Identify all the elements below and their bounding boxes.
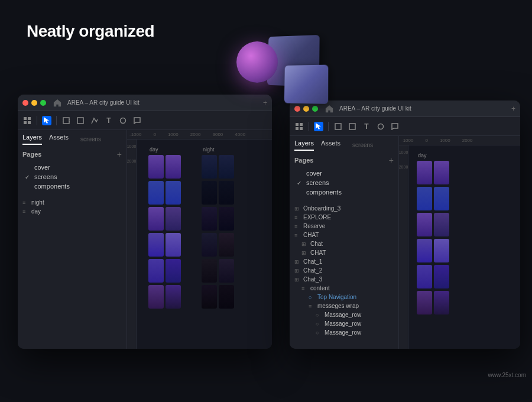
layer-top-nav[interactable]: ○ Top Navigation bbox=[294, 293, 394, 302]
pages-section-right: Pages + cover ✓ screens components bbox=[290, 151, 398, 202]
thumb-row-4 bbox=[148, 233, 181, 257]
tool-pen[interactable] bbox=[90, 116, 99, 125]
deco-box-2 bbox=[284, 65, 328, 104]
r-thumb-row-5 bbox=[417, 265, 449, 288]
svg-rect-17 bbox=[335, 124, 341, 129]
svg-rect-14 bbox=[296, 127, 299, 130]
dot-red-r[interactable] bbox=[294, 106, 300, 112]
r-thumb-10 bbox=[434, 265, 449, 288]
tab-plus-right[interactable]: + bbox=[511, 105, 515, 113]
dot-red[interactable] bbox=[22, 100, 28, 106]
svg-rect-5 bbox=[63, 118, 69, 124]
n-thumb-7 bbox=[202, 233, 217, 257]
tool-frame[interactable] bbox=[61, 116, 71, 125]
dot-green-r[interactable] bbox=[312, 106, 318, 112]
tool-rect[interactable] bbox=[76, 116, 85, 125]
tool-shape[interactable] bbox=[118, 116, 128, 125]
tool-shape-r[interactable] bbox=[376, 122, 385, 131]
page-components-left[interactable]: components bbox=[22, 181, 122, 191]
page-screens-right[interactable]: ✓ screens bbox=[294, 178, 394, 187]
tool-move-r[interactable] bbox=[314, 122, 323, 131]
r-thumb-row-3 bbox=[417, 213, 449, 236]
r-thumb-2 bbox=[434, 161, 449, 184]
layer-massage-row-1[interactable]: ○ Massage_row bbox=[294, 310, 394, 319]
sidebar-tabs-right: Layers Assets screens bbox=[290, 136, 398, 151]
page-components-right[interactable]: components bbox=[294, 187, 394, 197]
tab-layers-left[interactable]: Layers bbox=[22, 134, 42, 145]
tool-frame-r[interactable] bbox=[333, 122, 343, 131]
r-thumb-9 bbox=[417, 265, 432, 288]
svg-rect-13 bbox=[300, 123, 303, 126]
thumb-12 bbox=[166, 285, 181, 309]
dot-yellow[interactable] bbox=[31, 100, 37, 106]
tool-text[interactable]: T bbox=[104, 116, 113, 125]
sidebar-left: Layers Assets screens Pages + cover ✓ sc… bbox=[18, 130, 127, 349]
layer-chat1[interactable]: ⊞ Chat_1 bbox=[294, 257, 394, 266]
main-area-right: Layers Assets screens Pages + cover ✓ sc… bbox=[290, 136, 520, 349]
r-thumb-row-2 bbox=[417, 187, 449, 210]
dot-green[interactable] bbox=[40, 100, 46, 106]
n-thumb-9 bbox=[202, 259, 217, 283]
layer-chat-group[interactable]: ≡ CHAT bbox=[294, 231, 394, 239]
tab-title-right: AREA – AR city guide UI kit bbox=[339, 105, 505, 112]
night-thumb-row-1 bbox=[202, 155, 234, 179]
layer-content[interactable]: ≡ content bbox=[294, 284, 394, 293]
tool-rect-r[interactable] bbox=[348, 122, 357, 131]
layer-explore[interactable]: ≡ EXPLORE bbox=[294, 213, 394, 222]
sep-r-2 bbox=[328, 122, 329, 131]
layer-tree-left: ≡ night ≡ day bbox=[18, 196, 126, 218]
layer-reserve[interactable]: ≡ Reserve bbox=[294, 222, 394, 231]
n-thumb-3 bbox=[202, 181, 217, 205]
tab-layers-right[interactable]: Layers bbox=[294, 140, 314, 151]
r-thumb-row-6 bbox=[417, 291, 449, 315]
sidebar-tabs-left: Layers Assets screens bbox=[18, 130, 126, 145]
ruler-h-right: -1000 0 1000 2000 bbox=[399, 136, 520, 145]
n-thumb-5 bbox=[202, 207, 217, 231]
page-cover-left[interactable]: cover bbox=[22, 163, 122, 172]
thumb-1 bbox=[148, 155, 164, 179]
tool-grid-r[interactable] bbox=[294, 122, 304, 131]
layer-onboarding[interactable]: ⊞ Onboarding_3 bbox=[294, 204, 394, 213]
layer-tree-right: ⊞ Onboarding_3 ≡ EXPLORE ≡ Reserve ≡ CHA… bbox=[290, 202, 398, 339]
thumb-5 bbox=[148, 207, 164, 231]
tab-assets-left[interactable]: Assets bbox=[49, 134, 69, 145]
page-cover-right[interactable]: cover bbox=[294, 168, 394, 178]
tool-comment-r[interactable] bbox=[390, 122, 400, 131]
n-thumb-6 bbox=[219, 207, 234, 231]
day-section: day bbox=[148, 147, 181, 309]
deco-shapes bbox=[207, 35, 337, 106]
tab-assets-right[interactable]: Assets bbox=[321, 140, 340, 151]
pages-add-right[interactable]: + bbox=[389, 155, 394, 165]
dot-yellow-r[interactable] bbox=[303, 106, 309, 112]
day-section-r: day bbox=[417, 153, 449, 315]
layer-chat-frame[interactable]: ⊞ Chat bbox=[294, 239, 394, 248]
tool-text-r[interactable]: T bbox=[362, 122, 371, 131]
layer-massage-row-2[interactable]: ○ Massage_row bbox=[294, 319, 394, 328]
pages-add-left[interactable]: + bbox=[117, 150, 122, 159]
window-left: AREA – AR city guide UI kit + T bbox=[18, 95, 272, 349]
r-thumb-row-4 bbox=[417, 239, 449, 262]
pages-title-left: Pages bbox=[22, 151, 41, 158]
layer-massage-row-3[interactable]: ○ Massage_row bbox=[294, 328, 394, 337]
layer-chat2[interactable]: ⊞ Chat_2 bbox=[294, 266, 394, 275]
traffic-lights-left bbox=[22, 100, 46, 106]
sep-1 bbox=[37, 116, 37, 125]
tool-move[interactable] bbox=[42, 116, 51, 125]
page-screens-left[interactable]: ✓ screens bbox=[22, 172, 122, 181]
thumb-row-2 bbox=[148, 181, 181, 205]
svg-rect-18 bbox=[349, 124, 355, 129]
thumb-9 bbox=[148, 259, 164, 283]
day-label: day bbox=[148, 147, 181, 153]
tool-grid[interactable] bbox=[22, 116, 32, 125]
night-thumb-row-2 bbox=[202, 181, 234, 205]
canvas-content-left: day bbox=[137, 140, 272, 349]
tool-comment[interactable] bbox=[132, 116, 142, 125]
layer-chat-group2[interactable]: ⊞ CHAT bbox=[294, 248, 394, 257]
layer-messages-wrap[interactable]: ≡ messeges wrap bbox=[294, 302, 394, 310]
layer-chat3[interactable]: ⊞ Chat_3 bbox=[294, 275, 394, 284]
n-thumb-1 bbox=[202, 155, 217, 179]
layer-day[interactable]: ≡ day bbox=[22, 207, 122, 216]
night-thumbs bbox=[202, 155, 234, 309]
layer-night[interactable]: ≡ night bbox=[22, 198, 122, 207]
svg-marker-4 bbox=[44, 117, 49, 124]
